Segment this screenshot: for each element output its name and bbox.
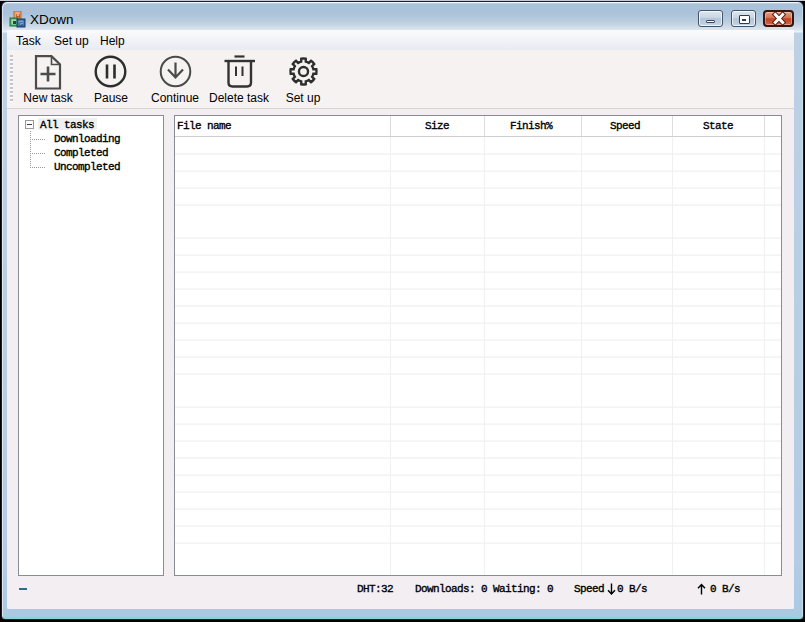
svg-text:G: G	[19, 21, 24, 27]
